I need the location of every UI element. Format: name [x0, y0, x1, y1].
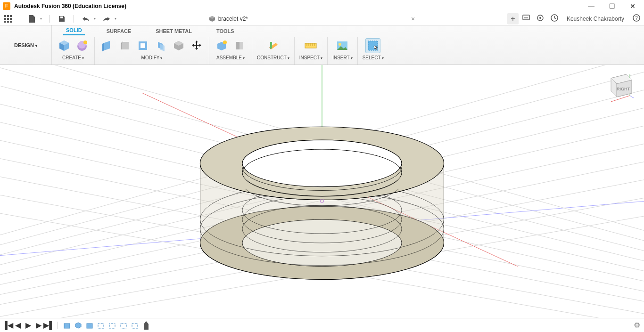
timeline-feature-7[interactable] — [131, 321, 139, 330]
svg-rect-71 — [64, 324, 70, 328]
svg-rect-2 — [10, 15, 12, 17]
grid-plane — [0, 65, 644, 318]
svg-line-69 — [611, 96, 630, 102]
svg-line-70 — [630, 96, 634, 98]
measure-icon[interactable] — [303, 38, 318, 53]
fillet-icon[interactable] — [117, 38, 132, 53]
group-construct-label[interactable]: CONSTRUCT▾ — [257, 55, 289, 60]
svg-rect-5 — [10, 18, 12, 20]
close-tab-button[interactable]: × — [411, 15, 415, 23]
tab-solid[interactable]: SOLID — [63, 26, 85, 35]
timeline-settings-icon[interactable]: ⚙ — [634, 321, 640, 330]
group-inspect-label[interactable]: INSPECT▾ — [299, 55, 322, 60]
combine-icon[interactable] — [153, 38, 168, 53]
app-title: Autodesk Fusion 360 (Education License) — [14, 3, 126, 9]
svg-point-12 — [539, 17, 541, 19]
save-icon[interactable] — [58, 15, 66, 23]
group-create: CREATE▾ — [52, 37, 95, 65]
svg-rect-74 — [109, 324, 115, 328]
timeline-feature-1[interactable] — [63, 321, 71, 330]
ribbon-tabs: SOLID SURFACE SHEET METAL TOOLS — [52, 25, 644, 35]
timeline-end-button[interactable]: ▶▌ — [45, 322, 53, 329]
timeline-feature-2[interactable] — [74, 321, 83, 330]
grid-menu-icon[interactable] — [4, 15, 12, 23]
insert-icon[interactable] — [335, 38, 350, 53]
app-icon: F — [3, 2, 10, 10]
shell-icon[interactable] — [135, 38, 150, 53]
svg-rect-23 — [239, 42, 243, 49]
tab-sheet-metal[interactable]: SHEET METAL — [153, 27, 195, 35]
document-tab[interactable]: bracelet v2* × — [199, 12, 425, 25]
title-bar: F Autodesk Fusion 360 (Education License… — [0, 0, 644, 12]
svg-rect-24 — [270, 42, 272, 49]
timeline-marker[interactable] — [142, 321, 150, 330]
view-cube[interactable]: RIGHT — [602, 70, 635, 103]
file-icon[interactable] — [28, 15, 36, 23]
username-label[interactable]: Kousheek Chakraborty — [567, 16, 624, 22]
group-assemble-label[interactable]: ASSEMBLE▾ — [216, 55, 245, 60]
group-insert-label[interactable]: INSERT▾ — [332, 55, 353, 60]
timeline-feature-4[interactable] — [97, 321, 105, 330]
appearance-icon[interactable] — [171, 38, 186, 53]
timeline-bar: ▐◀ ◀ ▶ ▶ ▶▌ ⚙ — [0, 318, 644, 332]
window-controls: — ☐ ✕ — [586, 2, 641, 10]
viewcube-face-label: RIGHT — [617, 87, 630, 91]
timeline-feature-3[interactable] — [85, 321, 94, 330]
timeline-feature-5[interactable] — [108, 321, 116, 330]
move-icon[interactable] — [189, 38, 204, 53]
svg-rect-4 — [7, 18, 9, 20]
viewport[interactable]: RIGHT — [0, 65, 644, 318]
new-box-icon[interactable] — [57, 38, 72, 53]
quick-access-bar: ▾ ▾ ▾ bracelet v2* × + — [0, 12, 644, 25]
file-dropdown[interactable]: ▾ — [40, 16, 42, 21]
help-icon[interactable]: ? — [633, 14, 640, 24]
timeline-feature-6[interactable] — [119, 321, 128, 330]
tab-surface[interactable]: SURFACE — [104, 27, 134, 35]
svg-rect-7 — [7, 21, 9, 23]
svg-point-21 — [223, 40, 227, 44]
maximize-button[interactable]: ☐ — [607, 2, 617, 10]
model-ring[interactable] — [200, 127, 444, 279]
construct-plane-icon[interactable] — [265, 38, 281, 53]
timeline-next-button[interactable]: ▶ — [35, 322, 42, 329]
document-tabs: bracelet v2* × — [116, 12, 507, 25]
svg-rect-6 — [4, 21, 6, 23]
undo-dropdown[interactable]: ▾ — [94, 16, 96, 21]
group-select-label[interactable]: SELECT▾ — [363, 55, 384, 60]
new-tab-button[interactable]: + — [507, 13, 519, 24]
timeline-prev-button[interactable]: ◀ — [14, 322, 22, 329]
timeline-start-button[interactable]: ▐◀ — [4, 322, 11, 329]
close-button[interactable]: ✕ — [628, 2, 637, 10]
tab-tools[interactable]: TOOLS — [214, 27, 237, 35]
job-status-icon[interactable] — [551, 14, 558, 24]
group-construct: CONSTRUCT▾ — [252, 37, 295, 65]
undo-icon[interactable] — [82, 15, 90, 23]
svg-rect-22 — [236, 42, 239, 49]
joint-icon[interactable] — [232, 38, 247, 53]
group-modify: MODIFY▾ — [95, 37, 209, 65]
group-select: SELECT▾ — [358, 37, 388, 65]
svg-point-65 — [242, 140, 402, 186]
create-form-icon[interactable] — [74, 38, 90, 53]
group-modify-label[interactable]: MODIFY▾ — [141, 55, 163, 60]
select-icon[interactable] — [365, 38, 380, 53]
cube-icon — [209, 16, 215, 22]
workspace-switcher[interactable]: DESIGN ▾ — [0, 25, 52, 65]
svg-point-18 — [83, 40, 87, 44]
ribbon: DESIGN ▾ SOLID SURFACE SHEET METAL TOOLS… — [0, 25, 644, 65]
ribbon-groups: CREATE▾ — [52, 35, 644, 65]
document-name: bracelet v2* — [218, 16, 248, 22]
group-insert: INSERT▾ — [328, 37, 358, 65]
timeline-play-button[interactable]: ▶ — [25, 322, 32, 329]
activity-icon[interactable] — [522, 15, 530, 23]
minimize-button[interactable]: — — [586, 2, 596, 10]
svg-rect-75 — [121, 324, 126, 328]
svg-rect-0 — [4, 15, 6, 17]
new-component-icon[interactable] — [214, 38, 229, 53]
press-pull-icon[interactable] — [99, 38, 115, 53]
redo-icon[interactable] — [102, 15, 111, 23]
svg-rect-76 — [132, 324, 138, 328]
extensions-icon[interactable] — [537, 14, 544, 24]
group-inspect: INSPECT▾ — [295, 37, 328, 65]
group-create-label[interactable]: CREATE▾ — [62, 55, 84, 60]
